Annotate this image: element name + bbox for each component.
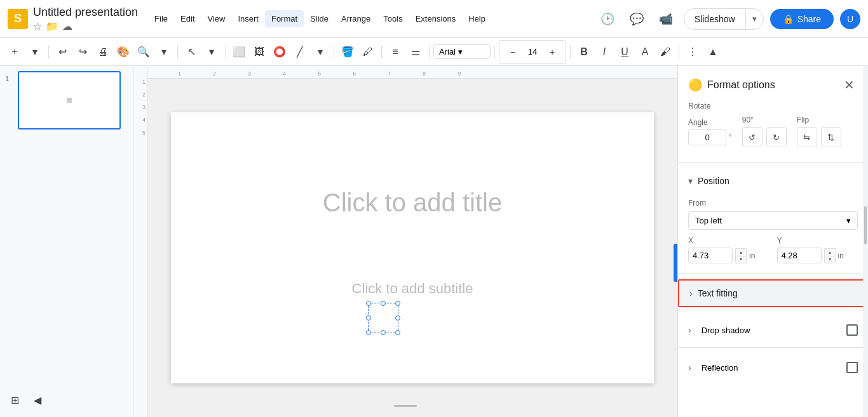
y-decrement[interactable]: ▾ <box>824 256 836 263</box>
doc-icons: ☆ 📁 ☁ <box>33 20 138 32</box>
folder-icon[interactable]: 📁 <box>46 20 58 32</box>
slide-canvas[interactable]: Click to add title Click to add subtitle <box>171 112 654 383</box>
line-tool[interactable]: ╱ <box>290 43 309 62</box>
menu-help[interactable]: Help <box>462 10 492 27</box>
angle-group: Angle ° <box>688 118 732 145</box>
line-color-button[interactable]: 🖊 <box>358 43 377 62</box>
textbox-tool[interactable]: ⬜ <box>229 43 248 62</box>
zoom-button[interactable]: 🔍 <box>134 43 153 62</box>
slideshow-label[interactable]: Slideshow <box>684 9 745 29</box>
handle-bottom-center[interactable] <box>381 330 386 335</box>
reflection-row[interactable]: › Reflection <box>678 353 868 382</box>
cloud-icon[interactable]: ☁ <box>62 20 72 32</box>
drop-shadow-row[interactable]: › Drop shadow <box>678 315 868 345</box>
slideshow-button[interactable]: Slideshow ▾ <box>684 8 764 30</box>
flip-horizontal-button[interactable]: ⇆ <box>797 127 817 147</box>
handle-left-center[interactable] <box>366 315 371 321</box>
handle-bottom-right[interactable] <box>395 330 400 335</box>
add-button[interactable]: ＋ <box>5 43 24 62</box>
italic-button[interactable]: I <box>595 43 614 62</box>
text-fitting-section[interactable]: › Text fitting <box>678 279 868 307</box>
panel-divider-3 <box>678 310 868 310</box>
rotate-label: Rotate <box>688 102 858 110</box>
from-dropdown[interactable]: Top left ▾ <box>688 211 858 230</box>
handle-top-left[interactable] <box>366 301 371 306</box>
align-button[interactable]: ≡ <box>386 43 405 62</box>
doc-title[interactable]: Untitled presentation <box>33 6 138 19</box>
toolbar-divider-3 <box>225 45 226 59</box>
rotate-90-group: 90° ↺ ↻ <box>742 116 787 147</box>
selected-element[interactable] <box>368 303 398 333</box>
font-size-control[interactable]: − 14 + <box>499 40 566 64</box>
star-icon[interactable]: ☆ <box>33 20 42 32</box>
reflection-chevron: › <box>688 362 691 373</box>
bold-button[interactable]: B <box>574 43 593 62</box>
add-dropdown[interactable]: ▾ <box>25 43 44 62</box>
comment-icon[interactable]: 💬 <box>625 8 648 30</box>
menu-view[interactable]: View <box>201 10 231 27</box>
flip-vertical-button[interactable]: ⇅ <box>821 127 841 147</box>
title-placeholder[interactable]: Click to add title <box>184 189 641 217</box>
undo-button[interactable]: ↩ <box>53 43 72 62</box>
handle-right-center[interactable] <box>395 315 400 321</box>
redo-button[interactable]: ↪ <box>73 43 92 62</box>
menu-slide[interactable]: Slide <box>304 10 335 27</box>
menu-insert[interactable]: Insert <box>231 10 265 27</box>
menu-file[interactable]: File <box>148 10 174 27</box>
image-tool[interactable]: 🖼 <box>250 43 269 62</box>
increase-font-button[interactable]: + <box>543 43 562 62</box>
highlight-button[interactable]: 🖌 <box>656 43 675 62</box>
font-size-value[interactable]: 14 <box>524 47 541 56</box>
y-increment[interactable]: ▴ <box>824 248 836 256</box>
close-panel-button[interactable]: ✕ <box>840 76 858 94</box>
select-dropdown[interactable]: ▾ <box>202 43 221 62</box>
panel-scrollbar[interactable] <box>863 66 868 417</box>
x-input[interactable] <box>688 248 733 263</box>
decrease-font-button[interactable]: − <box>503 43 522 62</box>
panel-scroll-thumb[interactable] <box>864 206 867 244</box>
line-dropdown[interactable]: ▾ <box>311 43 330 62</box>
handle-top-right[interactable] <box>395 301 400 306</box>
share-button[interactable]: 🔒 Share <box>770 9 834 29</box>
angle-input[interactable] <box>688 129 726 145</box>
line-spacing-button[interactable]: ⚌ <box>406 43 425 62</box>
position-chevron: ▾ <box>688 176 693 186</box>
x-decrement[interactable]: ▾ <box>735 256 747 263</box>
collapse-toolbar-button[interactable]: ▲ <box>703 43 722 62</box>
reflection-checkbox[interactable] <box>846 362 858 373</box>
paint-format-button[interactable]: 🎨 <box>114 43 133 62</box>
toggle-panel-button[interactable]: ◀ <box>28 390 47 409</box>
rotate-ccw-button[interactable]: ↺ <box>742 127 763 147</box>
slide-thumbnail-1[interactable] <box>18 71 121 129</box>
menu-format[interactable]: Format <box>265 10 304 27</box>
slideshow-dropdown-arrow[interactable]: ▾ <box>745 9 763 29</box>
handle-top-center[interactable] <box>381 301 386 306</box>
print-button[interactable]: 🖨 <box>93 43 112 62</box>
y-input[interactable] <box>777 248 822 263</box>
more-options-button[interactable]: ⋮ <box>683 43 702 62</box>
doc-title-area: Untitled presentation ☆ 📁 ☁ <box>33 6 138 32</box>
meet-icon[interactable]: 📹 <box>654 8 677 30</box>
shapes-tool[interactable]: ⭕ <box>270 43 289 62</box>
grid-view-button[interactable]: ⊞ <box>5 390 24 409</box>
underline-button[interactable]: U <box>615 43 634 62</box>
rotate-cw-button[interactable]: ↻ <box>766 127 787 147</box>
user-avatar[interactable]: U <box>840 9 860 29</box>
font-selector[interactable]: Arial ▾ <box>433 44 491 59</box>
menu-arrange[interactable]: Arrange <box>335 10 377 27</box>
drop-shadow-checkbox[interactable] <box>846 324 858 336</box>
font-color-button[interactable]: A <box>635 43 654 62</box>
menu-extensions[interactable]: Extensions <box>409 10 463 27</box>
history-icon[interactable]: 🕑 <box>596 8 619 30</box>
subtitle-placeholder[interactable]: Click to add subtitle <box>184 281 641 297</box>
handle-bottom-left[interactable] <box>366 330 371 335</box>
position-section-header[interactable]: ▾ Position <box>678 168 868 194</box>
format-options-panel: 🟡 Format options ✕ Rotate Angle ° 90° <box>677 66 868 417</box>
flip-label: Flip <box>797 116 841 124</box>
x-increment[interactable]: ▴ <box>735 248 747 256</box>
menu-tools[interactable]: Tools <box>377 10 409 27</box>
select-tool[interactable]: ↖ <box>182 43 201 62</box>
fill-color-button[interactable]: 🪣 <box>338 43 357 62</box>
menu-edit[interactable]: Edit <box>174 10 201 27</box>
zoom-dropdown[interactable]: ▾ <box>154 43 173 62</box>
